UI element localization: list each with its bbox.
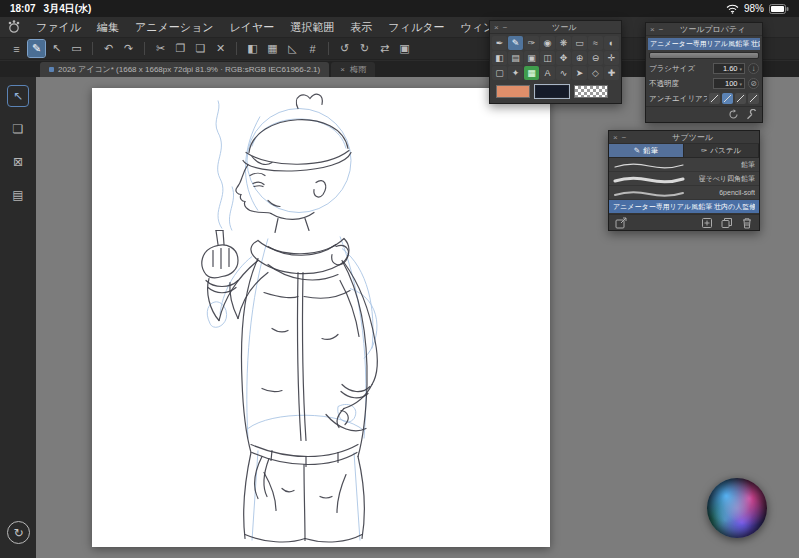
document-tab-inactive[interactable]: × 梅雨: [331, 62, 375, 77]
object-select-icon[interactable]: ↖: [48, 40, 65, 57]
quick-access-icon[interactable]: ↖: [7, 85, 29, 107]
delete-icon[interactable]: ✕: [212, 40, 229, 57]
divider[interactable]: [236, 42, 237, 55]
stepper-icon[interactable]: ▾: [739, 81, 742, 87]
duplicate-subtool-icon[interactable]: [721, 217, 733, 229]
reset-view-icon[interactable]: ↻: [7, 521, 30, 544]
reset-settings-icon[interactable]: [728, 109, 739, 120]
antialias-weak-chip[interactable]: [722, 93, 733, 104]
stepper-icon[interactable]: ▾: [739, 66, 742, 72]
subtool-titlebar[interactable]: × − サブツール: [609, 131, 759, 144]
wrench-icon[interactable]: [746, 109, 757, 120]
add-tool-icon[interactable]: ✚: [604, 66, 619, 80]
value-input[interactable]: 1.60 ▾: [713, 63, 745, 74]
selection-tool-icon[interactable]: ▢: [492, 66, 507, 80]
gradient-tool-icon[interactable]: ▤: [508, 51, 523, 65]
delete-subtool-icon[interactable]: [741, 217, 753, 229]
material-panel-icon[interactable]: ⊠: [7, 151, 29, 173]
divider[interactable]: [144, 42, 145, 55]
siri-orb[interactable]: [707, 478, 767, 538]
zoom-out-tool-icon[interactable]: ⊖: [588, 51, 603, 65]
brush-tool-icon[interactable]: ✑: [524, 36, 539, 50]
tool-property-titlebar[interactable]: × − ツールプロパティ: [646, 23, 762, 36]
liquify-tool-icon[interactable]: ◐: [604, 36, 619, 50]
tool-panel-titlebar[interactable]: × − ツール: [490, 21, 621, 34]
fill-tool-icon[interactable]: ◧: [492, 51, 507, 65]
text-tool-icon[interactable]: A: [540, 66, 555, 80]
copy-icon[interactable]: ❐: [172, 40, 189, 57]
operation-tool-icon[interactable]: ➤: [572, 66, 587, 80]
drawing-canvas[interactable]: [92, 88, 550, 547]
antialias-strong-chip[interactable]: [748, 93, 759, 104]
redo-icon[interactable]: ↷: [120, 40, 137, 57]
balloon-tool-icon[interactable]: ◇: [588, 66, 603, 80]
blend-tool-icon[interactable]: ≈: [588, 36, 603, 50]
subtool-tab-pastel[interactable]: ✑ パステル: [684, 144, 759, 157]
menu-view[interactable]: 表示: [342, 17, 380, 37]
menu-layer[interactable]: レイヤー: [222, 17, 283, 37]
subtool-tab-pencil[interactable]: ✎ 鉛筆: [609, 144, 684, 157]
marquee-select-icon[interactable]: ▭: [68, 40, 85, 57]
figure-tool-icon[interactable]: ▣: [524, 51, 539, 65]
menu-animation[interactable]: アニメーション: [127, 17, 222, 37]
subtool-item-animator-pencil[interactable]: アニメーター専用リアル風鉛筆 壮内の人監修: [609, 200, 759, 214]
move-tool-icon[interactable]: ✥: [556, 51, 571, 65]
grid-icon[interactable]: ▦: [264, 40, 281, 57]
ruler-icon[interactable]: ◺: [284, 40, 301, 57]
decoration-tool-icon[interactable]: ❋: [556, 36, 571, 50]
selected-brush-name[interactable]: アニメーター専用リアル風鉛筆 壮内の人監修版: [648, 38, 760, 50]
menu-selection[interactable]: 選択範囲: [282, 17, 342, 37]
clip-studio-logo[interactable]: [6, 19, 22, 35]
layer-panel-icon[interactable]: ❏: [7, 118, 29, 140]
auto-select-tool-icon[interactable]: ✦: [508, 66, 523, 80]
document-tab-active[interactable]: 2026 アイコン* (1668 x 1668px 72dpi 81.9% · …: [40, 62, 329, 77]
main-menu-icon[interactable]: ≡: [8, 40, 25, 57]
menu-file[interactable]: ファイル: [28, 17, 89, 37]
main-color-swatch[interactable]: [496, 85, 530, 98]
fit-screen-icon[interactable]: ▣: [396, 40, 413, 57]
close-icon[interactable]: ×: [650, 23, 655, 36]
row-option-icon[interactable]: ⊘: [748, 78, 759, 89]
navigate-tool-icon[interactable]: ✛: [604, 51, 619, 65]
row-option-icon[interactable]: ↓: [748, 63, 759, 74]
export-subtool-icon[interactable]: [615, 217, 627, 229]
eraser-tool-icon[interactable]: ▭: [572, 36, 587, 50]
pencil-tool-icon[interactable]: ✎: [28, 40, 45, 57]
antialias-middle-chip[interactable]: [735, 93, 746, 104]
snap-icon[interactable]: #: [304, 40, 321, 57]
divider[interactable]: [328, 42, 329, 55]
close-icon[interactable]: ×: [613, 131, 618, 144]
flip-horizontal-icon[interactable]: ⇄: [376, 40, 393, 57]
minimize-icon[interactable]: −: [503, 21, 508, 34]
pencil-tool-icon[interactable]: ✎: [508, 36, 523, 50]
paste-icon[interactable]: ❏: [192, 40, 209, 57]
transparent-color-swatch[interactable]: [574, 85, 608, 98]
pen-tool-icon[interactable]: ✒: [492, 36, 507, 50]
minimize-icon[interactable]: −: [659, 23, 664, 36]
divider[interactable]: [92, 42, 93, 55]
subtool-item-6pencil-soft[interactable]: 6pencil-soft: [609, 186, 759, 200]
subtool-item-flat-square-pencil[interactable]: 寝そべり四角鉛筆: [609, 172, 759, 186]
brush-size-slider[interactable]: [649, 52, 759, 59]
close-icon[interactable]: ×: [494, 21, 499, 34]
airbrush-tool-icon[interactable]: ◉: [540, 36, 555, 50]
navigator-panel-icon[interactable]: ▤: [7, 184, 29, 206]
frame-border-tool-icon[interactable]: ◫: [540, 51, 555, 65]
fill-icon[interactable]: ◧: [244, 40, 261, 57]
tab-close-icon[interactable]: ×: [340, 65, 345, 74]
add-subtool-icon[interactable]: [701, 217, 713, 229]
undo-icon[interactable]: ↶: [100, 40, 117, 57]
menu-edit[interactable]: 編集: [89, 17, 127, 37]
timeline-tool-icon[interactable]: ▦: [524, 66, 539, 80]
subtool-item-pencil[interactable]: 鉛筆: [609, 158, 759, 172]
zoom-in-tool-icon[interactable]: ⊕: [572, 51, 587, 65]
sub-color-swatch[interactable]: [535, 85, 569, 98]
rotate-left-icon[interactable]: ↺: [336, 40, 353, 57]
cut-icon[interactable]: ✂: [152, 40, 169, 57]
menu-filter[interactable]: フィルター: [380, 17, 452, 37]
antialias-none-chip[interactable]: [709, 93, 720, 104]
correct-line-tool-icon[interactable]: ∿: [556, 66, 571, 80]
value-input[interactable]: 100 ▾: [713, 78, 745, 89]
rotate-right-icon[interactable]: ↻: [356, 40, 373, 57]
minimize-icon[interactable]: −: [622, 131, 627, 144]
